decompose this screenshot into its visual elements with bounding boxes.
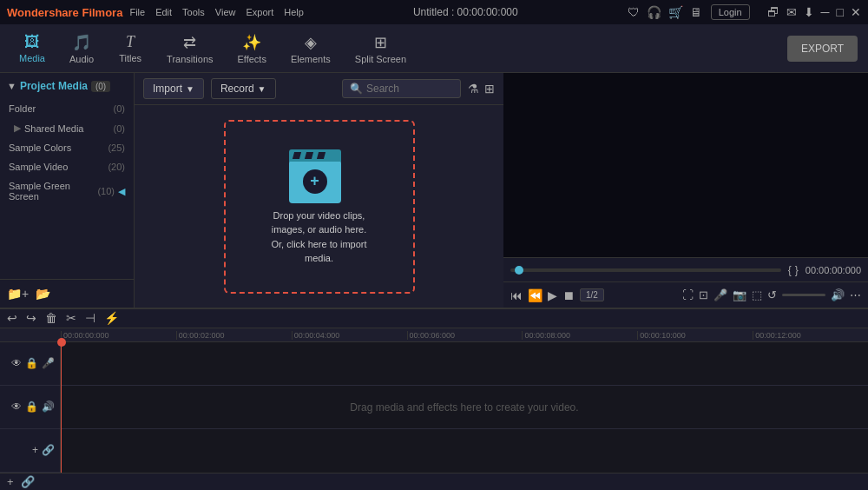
panel-item-folder-count: (0)	[114, 103, 125, 114]
export-button[interactable]: EXPORT	[787, 36, 858, 62]
redo-icon[interactable]: ↪	[26, 311, 36, 325]
snapshot-icon[interactable]: 📷	[733, 288, 746, 301]
add-folder-icon[interactable]: 📁+	[7, 287, 29, 301]
bracket-right: }	[795, 264, 799, 276]
undo-icon[interactable]: ↩	[7, 311, 17, 325]
tool-audio[interactable]: 🎵 Audio	[61, 30, 102, 68]
panel-item-sample-colors-label: Sample Colors	[9, 142, 71, 153]
stop-button[interactable]: ⏹	[562, 288, 575, 302]
volume-icon[interactable]: 🔊	[831, 288, 845, 301]
menu-view[interactable]: View	[215, 7, 236, 17]
track-lock-icon[interactable]: 🔒	[25, 357, 38, 369]
tool-media[interactable]: 🖼 Media	[10, 30, 54, 67]
import-button[interactable]: Import ▼	[143, 78, 204, 99]
play-button[interactable]: ▶	[548, 288, 557, 302]
login-button[interactable]: Login	[711, 4, 750, 20]
track2-audio-icon[interactable]: 🔊	[42, 401, 55, 413]
pip-icon[interactable]: ⬚	[752, 288, 762, 301]
tool-transitions[interactable]: ⇄ Transitions	[158, 30, 221, 68]
scrubber-handle[interactable]	[515, 266, 523, 275]
restore-icon[interactable]: 🗗	[767, 5, 779, 19]
tool-elements[interactable]: ◈ Elements	[282, 30, 339, 68]
drop-zone-inner[interactable]: + Drop your video clips, images, or audi…	[224, 120, 415, 294]
fullscreen-icon[interactable]: ⛶	[682, 288, 694, 301]
panel-item-shared-media-label: Shared Media	[24, 123, 84, 134]
skip-back-button[interactable]: ⏮	[510, 288, 523, 302]
timeline-bottom: + 🔗	[0, 473, 868, 490]
panel-item-sample-green-screen-label: Sample Green Screen	[9, 181, 97, 202]
shield-icon[interactable]: 🛡	[628, 5, 640, 19]
timeline-link-icon[interactable]: 🔗	[21, 475, 35, 488]
delete-icon[interactable]: 🗑	[45, 311, 57, 325]
link-icon[interactable]: 🔗	[42, 444, 55, 456]
cart-icon[interactable]: 🛒	[668, 5, 683, 19]
ruler-mark-0: 00:00:00:000	[61, 331, 176, 340]
tool-effects-label: Effects	[238, 54, 266, 64]
download-icon[interactable]: ⬇	[804, 5, 814, 19]
tool-effects[interactable]: ✨ Effects	[229, 30, 275, 68]
track-eye-icon[interactable]: 👁	[11, 357, 22, 369]
menu-help[interactable]: Help	[284, 7, 304, 17]
folder-icon[interactable]: 📂	[36, 287, 50, 301]
split-icon[interactable]: ⊣	[85, 311, 95, 325]
ruler-marks: 00:00:00:000 00:00:02:000 00:00:04:000 0…	[61, 331, 868, 340]
drop-zone[interactable]: + Drop your video clips, images, or audi…	[135, 105, 503, 308]
effects-icon: ✨	[242, 33, 261, 52]
tool-split-screen-label: Split Screen	[355, 54, 406, 64]
search-input[interactable]	[366, 83, 453, 95]
media-panel: Import ▼ Record ▼ 🔍 ⚗ ⊞	[135, 73, 503, 308]
track2-eye-icon[interactable]: 👁	[11, 401, 22, 413]
step-back-button[interactable]: ⏪	[528, 288, 542, 302]
needle-head	[57, 338, 66, 347]
playback-ratio[interactable]: 1/2	[580, 288, 604, 301]
timeline-add-icon[interactable]: +	[7, 475, 14, 488]
minimize-button[interactable]: ─	[821, 5, 830, 19]
more-icon[interactable]: ⋯	[850, 288, 861, 301]
panel-item-sample-green-screen-count: (10)	[97, 186, 115, 196]
menu-tools[interactable]: Tools	[182, 7, 205, 17]
close-button[interactable]: ✕	[851, 5, 861, 19]
timeline-needle	[61, 342, 62, 473]
tool-titles[interactable]: T Titles	[109, 30, 151, 67]
add-track-icon[interactable]: +	[32, 444, 38, 456]
grid-icon[interactable]: ⊞	[484, 82, 495, 96]
volume-slider[interactable]	[782, 294, 825, 296]
preview-scrubber[interactable]	[510, 268, 781, 272]
left-panel: ▼ Project Media (0) Folder (0) ▶ Shared …	[0, 73, 135, 308]
mic-icon[interactable]: 🎤	[713, 288, 727, 301]
mail-icon[interactable]: ✉	[786, 5, 797, 19]
ruler-mark-1: 00:00:02:000	[176, 331, 292, 340]
panel-item-folder[interactable]: Folder (0)	[0, 99, 134, 118]
timeline-tracks: 👁 🔒 🎤 👁 🔒 🔊 + 🔗 Drag media and effects h…	[0, 342, 868, 473]
record-chevron-icon: ▼	[258, 84, 266, 94]
menu-edit[interactable]: Edit	[155, 7, 172, 17]
panel-item-sample-colors[interactable]: Sample Colors (25)	[0, 138, 134, 157]
tool-split-screen[interactable]: ⊞ Split Screen	[346, 30, 415, 68]
filter-icon[interactable]: ⚗	[468, 82, 479, 96]
ruler-mark-6: 00:00:12:000	[753, 331, 868, 340]
crop-icon[interactable]: ⊡	[699, 288, 708, 301]
tool-elements-label: Elements	[291, 54, 331, 64]
main-toolbar: 🖼 Media 🎵 Audio T Titles ⇄ Transitions ✨…	[0, 24, 868, 73]
scissors-icon[interactable]: ✂	[66, 311, 76, 325]
headset-icon[interactable]: 🎧	[647, 5, 661, 19]
panel-title: Project Media	[20, 80, 88, 92]
title-bar-icons: 🛡 🎧 🛒 🖥	[628, 5, 702, 19]
import-label: Import	[153, 83, 182, 95]
menu-export[interactable]: Export	[246, 7, 273, 17]
track2-lock-icon[interactable]: 🔒	[25, 401, 38, 413]
import-chevron-icon: ▼	[186, 84, 194, 94]
preview-time: 00:00:00:000	[806, 265, 861, 275]
loop-icon[interactable]: ↺	[767, 288, 777, 301]
maximize-button[interactable]: □	[837, 5, 844, 19]
monitor-icon[interactable]: 🖥	[690, 5, 702, 19]
panel-item-sample-video[interactable]: Sample Video (20)	[0, 157, 134, 176]
split-screen-icon: ⊞	[374, 33, 387, 52]
track-mic-icon[interactable]: 🎤	[42, 357, 55, 369]
search-box[interactable]: 🔍	[342, 79, 461, 98]
panel-item-sample-green-screen[interactable]: Sample Green Screen (10) ◀	[0, 176, 134, 206]
menu-file[interactable]: File	[129, 7, 145, 17]
speed-icon[interactable]: ⚡	[104, 311, 119, 325]
record-button[interactable]: Record ▼	[211, 78, 276, 99]
panel-item-shared-media[interactable]: ▶ Shared Media (0)	[0, 118, 134, 138]
